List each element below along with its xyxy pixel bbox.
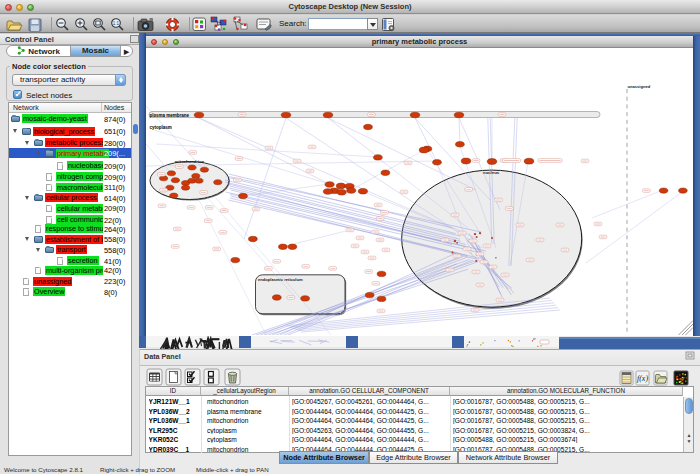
svg-text:cytoplasm: cytoplasm: [150, 125, 172, 130]
svg-text:unassigned: unassigned: [628, 84, 651, 89]
svg-text:f(x): f(x): [637, 374, 648, 383]
svg-text:mitochondrion: mitochondrion: [175, 159, 205, 164]
svg-text:endoplasmic reticulum: endoplasmic reticulum: [258, 277, 303, 282]
svg-text:nucleus: nucleus: [483, 170, 500, 175]
svg-text:plasma membrane: plasma membrane: [150, 113, 190, 118]
svg-text:1:1: 1:1: [113, 21, 120, 26]
